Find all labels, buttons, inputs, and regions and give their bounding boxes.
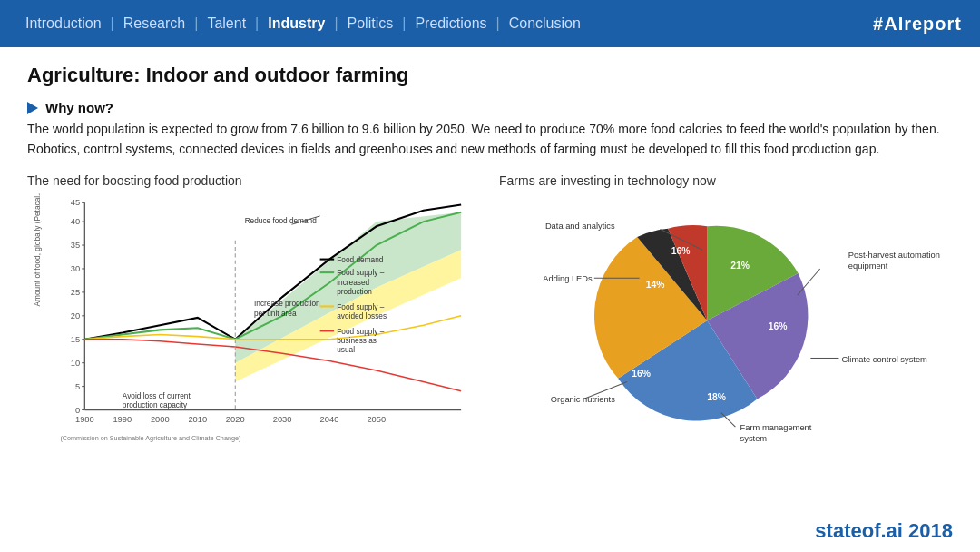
svg-text:per unit area: per unit area	[254, 309, 297, 318]
svg-text:Food demand: Food demand	[337, 255, 383, 264]
svg-text:20: 20	[71, 311, 80, 320]
nav-items: Introduction | Research | Talent | Indus…	[18, 15, 588, 32]
svg-text:2000: 2000	[151, 415, 170, 424]
svg-text:14%: 14%	[646, 280, 665, 290]
why-now-text: The world population is expected to grow…	[27, 120, 953, 159]
why-now-label-row: Why now?	[27, 100, 953, 115]
right-chart-area: 21% 16% 18% 16%	[499, 193, 953, 448]
svg-text:16%: 16%	[632, 370, 651, 380]
page-title: Agriculture: Indoor and outdoor farming	[27, 64, 953, 87]
svg-text:2030: 2030	[273, 415, 292, 424]
svg-text:Data and analytics: Data and analytics	[545, 222, 615, 232]
svg-text:1980: 1980	[75, 415, 94, 424]
charts-section: The need for boosting food production 0 …	[27, 173, 953, 448]
svg-text:15: 15	[71, 335, 80, 344]
svg-text:Climate control system: Climate control system	[842, 355, 928, 364]
why-now-section: Why now? The world population is expecte…	[27, 100, 953, 159]
svg-text:Adding LEDs: Adding LEDs	[543, 275, 593, 284]
svg-text:2050: 2050	[367, 415, 386, 424]
svg-text:45: 45	[71, 199, 80, 208]
svg-text:Avoid loss of current: Avoid loss of current	[122, 391, 191, 400]
svg-text:40: 40	[71, 218, 80, 227]
pie-chart-svg: 21% 16% 18% 16%	[499, 193, 953, 448]
hashtag-label: #AIreport	[873, 14, 962, 34]
top-navigation: Introduction | Research | Talent | Indus…	[0, 0, 980, 47]
svg-text:Farm management: Farm management	[740, 424, 812, 433]
svg-text:usual: usual	[337, 346, 355, 355]
main-content: Agriculture: Indoor and outdoor farming …	[0, 47, 980, 457]
svg-text:(Commission on Sustainable Agr: (Commission on Sustainable Agriculture a…	[60, 434, 240, 442]
svg-text:Post-harvest automation: Post-harvest automation	[848, 251, 940, 260]
nav-predictions[interactable]: Predictions	[407, 15, 494, 32]
svg-text:increased: increased	[337, 278, 369, 287]
svg-text:30: 30	[71, 264, 80, 273]
svg-text:1990: 1990	[113, 415, 132, 424]
svg-text:16%: 16%	[769, 322, 788, 332]
nav-talent[interactable]: Talent	[200, 15, 253, 32]
svg-text:production: production	[337, 287, 372, 296]
svg-text:21%: 21%	[730, 261, 750, 271]
nav-conclusion[interactable]: Conclusion	[502, 15, 588, 32]
svg-text:18%: 18%	[707, 393, 726, 403]
svg-text:Food supply –: Food supply –	[337, 269, 384, 278]
svg-text:16%: 16%	[671, 247, 691, 257]
svg-text:2040: 2040	[320, 415, 339, 424]
svg-text:equipment: equipment	[848, 261, 888, 271]
svg-text:2010: 2010	[188, 415, 207, 424]
right-chart-container: Farms are investing in technology now 21…	[499, 173, 953, 448]
svg-text:35: 35	[71, 242, 80, 251]
left-chart-title: The need for boosting food production	[27, 173, 481, 188]
nav-industry[interactable]: Industry	[260, 15, 332, 32]
nav-introduction[interactable]: Introduction	[18, 15, 109, 32]
nav-politics[interactable]: Politics	[340, 15, 401, 32]
svg-text:avoided losses: avoided losses	[337, 311, 387, 320]
svg-text:Organic nutrients: Organic nutrients	[551, 396, 615, 405]
left-chart-area: 0 5 10 15 20 25 30 35 40	[27, 193, 481, 448]
svg-text:business as: business as	[337, 336, 377, 345]
why-now-heading: Why now?	[45, 100, 113, 115]
svg-text:0: 0	[75, 406, 80, 415]
svg-text:Amount of food, globally (Peta: Amount of food, globally (Petacal./day)	[33, 193, 42, 306]
svg-text:2020: 2020	[226, 415, 245, 424]
svg-text:system: system	[740, 434, 768, 443]
svg-text:Food supply –: Food supply –	[337, 302, 384, 311]
svg-text:25: 25	[71, 288, 80, 297]
triangle-icon	[27, 102, 38, 114]
svg-text:5: 5	[75, 382, 80, 391]
svg-text:Reduce food demand: Reduce food demand	[245, 217, 318, 226]
svg-text:10: 10	[71, 359, 80, 368]
svg-text:Increase production: Increase production	[254, 300, 320, 309]
right-chart-title: Farms are investing in technology now	[499, 173, 953, 188]
footer-brand: stateof.ai 2018	[815, 519, 953, 543]
svg-text:Food supply –: Food supply –	[337, 327, 384, 336]
left-chart-container: The need for boosting food production 0 …	[27, 173, 481, 448]
nav-research[interactable]: Research	[116, 15, 192, 32]
svg-text:production capacity: production capacity	[122, 401, 188, 410]
line-chart-svg: 0 5 10 15 20 25 30 35 40	[27, 193, 481, 448]
